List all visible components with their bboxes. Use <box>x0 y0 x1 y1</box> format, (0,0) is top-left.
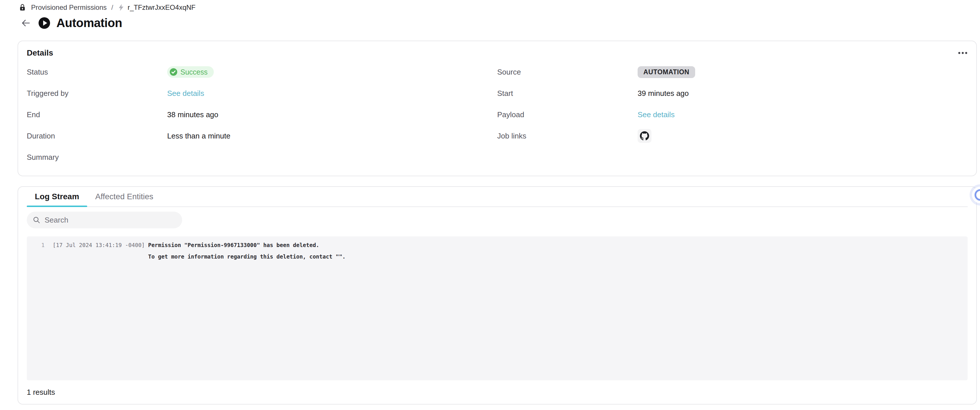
breadcrumb-separator: / <box>111 3 113 11</box>
page-header: Automation <box>19 16 122 30</box>
log-line: 1[17 Jul 2024 13:41:19 -0400]Permission … <box>27 239 967 251</box>
detail-row-source: Source AUTOMATION <box>497 61 967 83</box>
duration-value: Less than a minute <box>167 132 231 140</box>
back-arrow-icon <box>21 18 31 29</box>
status-badge: Success <box>167 66 214 78</box>
detail-row-end: End 38 minutes ago <box>27 104 497 125</box>
github-icon <box>640 131 649 140</box>
start-label: Start <box>497 89 638 98</box>
source-label: Source <box>497 68 638 77</box>
duration-label: Duration <box>27 132 167 140</box>
tab-affected-entities[interactable]: Affected Entities <box>87 187 161 206</box>
ellipsis-icon <box>958 51 967 54</box>
detail-row-start: Start 39 minutes ago <box>497 83 967 104</box>
search-input[interactable] <box>45 215 178 225</box>
source-badge: AUTOMATION <box>638 66 695 78</box>
job-links-label: Job links <box>497 132 638 140</box>
detail-row-status: Status Success <box>27 61 497 83</box>
status-badge-label: Success <box>180 68 207 76</box>
log-search[interactable] <box>27 212 182 228</box>
end-value: 38 minutes ago <box>167 110 218 119</box>
lightning-icon <box>118 4 124 11</box>
details-left-column: Status Success Triggered by See details … <box>27 61 497 168</box>
beacon-ring-icon <box>975 189 980 201</box>
breadcrumb: Provisioned Permissions / r_TFztwrJxxEO4… <box>18 3 196 11</box>
detail-row-triggered-by: Triggered by See details <box>27 83 497 104</box>
details-grid: Status Success Triggered by See details … <box>27 61 967 168</box>
page-title: Automation <box>56 16 122 30</box>
detail-row-job-links: Job links <box>497 125 967 147</box>
summary-label: Summary <box>27 153 167 162</box>
play-icon <box>38 17 50 29</box>
start-value: 39 minutes ago <box>638 89 689 98</box>
search-icon <box>32 216 41 224</box>
breadcrumb-root[interactable]: Provisioned Permissions <box>31 3 107 11</box>
status-label: Status <box>27 68 167 77</box>
tabs-bar: Log Stream Affected Entities <box>27 187 967 207</box>
log-message: Permission "Permission-9967133000" has b… <box>148 239 320 251</box>
breadcrumb-current[interactable]: r_TFztwrJxxEO4xqNF <box>118 3 196 11</box>
breadcrumb-current-label: r_TFztwrJxxEO4xqNF <box>127 3 196 11</box>
github-job-link[interactable] <box>638 129 651 143</box>
triggered-by-see-details-link[interactable]: See details <box>167 89 204 98</box>
payload-see-details-link[interactable]: See details <box>638 110 675 119</box>
detail-row-duration: Duration Less than a minute <box>27 125 497 147</box>
log-line-number: 1 <box>27 239 45 251</box>
log-stream-viewer[interactable]: 1[17 Jul 2024 13:41:19 -0400]Permission … <box>27 236 967 380</box>
check-circle-icon <box>169 68 178 76</box>
payload-label: Payload <box>497 110 638 119</box>
back-button[interactable] <box>19 17 32 29</box>
detail-row-summary: Summary <box>27 147 497 168</box>
triggered-by-label: Triggered by <box>27 89 167 98</box>
details-card-title: Details <box>27 48 53 57</box>
log-timestamp: [17 Jul 2024 13:41:19 -0400] <box>52 239 145 251</box>
end-label: End <box>27 110 167 119</box>
results-count: 1 results <box>27 388 967 397</box>
lock-icon <box>18 3 27 11</box>
more-menu-button[interactable] <box>951 48 967 58</box>
tab-log-stream[interactable]: Log Stream <box>27 187 87 206</box>
detail-row-payload: Payload See details <box>497 104 967 125</box>
details-right-column: Source AUTOMATION Start 39 minutes ago P… <box>497 61 967 168</box>
log-message-continuation: To get more information regarding this d… <box>27 251 967 262</box>
details-card: Details Status <box>18 41 977 176</box>
log-card: Log Stream Affected Entities 1[17 Jul 20… <box>18 186 977 405</box>
